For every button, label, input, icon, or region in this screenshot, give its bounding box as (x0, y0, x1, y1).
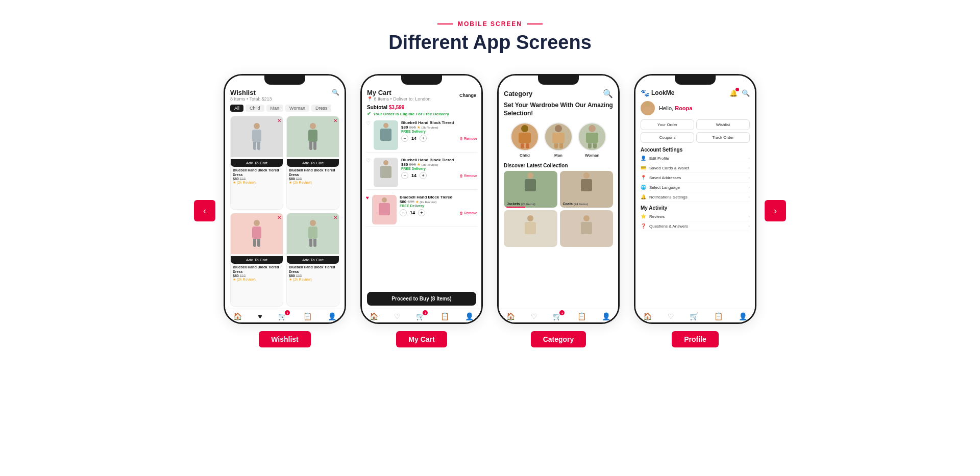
figure-4 (306, 220, 320, 247)
settings-saved-cards[interactable]: 💳 Saved Cards & Wallet › (641, 163, 750, 173)
qty-plus-2[interactable]: + (420, 172, 427, 179)
filter-tab-man[interactable]: Man (266, 105, 284, 112)
nav-orders-icon[interactable]: 📋 (303, 312, 312, 320)
wishlist-search-icon[interactable]: 🔍 (332, 89, 339, 96)
cat-nav-orders[interactable]: 📋 (577, 312, 586, 320)
qty-minus-1[interactable]: − (401, 135, 408, 142)
cart-nav-cart[interactable]: 🛒1 (416, 312, 425, 320)
qty-plus-3[interactable]: + (418, 209, 425, 216)
nav-heart-icon[interactable]: ♥ (258, 312, 262, 320)
account-settings-section: Account Settings 👤 Edit Profile › 💳 Save… (635, 145, 755, 203)
wishlist-btn[interactable]: Wishlist (696, 119, 750, 130)
cart-nav-profile[interactable]: 👤 (465, 312, 474, 320)
prev-button[interactable]: ‹ (194, 200, 215, 221)
category-search-icon[interactable]: 🔍 (603, 89, 613, 98)
collection-card-jackets[interactable]: Jackets (24 Items) (504, 171, 557, 208)
collection-grid: Jackets (24 Items) (499, 169, 618, 248)
close-icon-3[interactable]: ✕ (277, 215, 281, 220)
qty-minus-3[interactable]: − (400, 209, 407, 216)
collection-card-4[interactable] (560, 210, 614, 247)
edit-profile-text: Edit Profile (649, 156, 748, 161)
add-to-cart-btn-3[interactable]: Add To Cart (231, 256, 283, 264)
filter-tab-dress[interactable]: Dress (311, 105, 332, 112)
close-icon-1[interactable]: ✕ (277, 118, 281, 123)
close-icon-4[interactable]: ✕ (333, 215, 337, 220)
cart-item-details-1: Bluebell Hand Block Tiered $80 $95 ★ (2k… (401, 120, 477, 142)
remove-btn-3[interactable]: 🗑 Remove (459, 211, 477, 215)
settings-select-language[interactable]: 🌐 Select Language › (641, 183, 750, 192)
wishlist-card-img-1: ✕ (231, 116, 283, 157)
coupons-btn[interactable]: Coupons (641, 132, 694, 143)
qa-chevron: › (748, 224, 750, 229)
settings-saved-addresses[interactable]: 📍 Saved Addresses › (641, 173, 750, 183)
change-button[interactable]: Change (459, 93, 476, 98)
cart-label-btn[interactable]: My Cart (396, 331, 447, 347)
category-label-btn[interactable]: Category (531, 331, 586, 347)
qa-icon: ❓ (641, 223, 646, 229)
add-to-cart-btn-2[interactable]: Add To Cart (287, 159, 339, 167)
section-label: MOBILE SCREEN (458, 20, 522, 28)
saved-cards-chevron: › (748, 166, 750, 170)
next-button[interactable]: › (765, 200, 786, 221)
add-to-cart-btn-1[interactable]: Add To Cart (231, 159, 283, 167)
qty-plus-1[interactable]: + (420, 135, 427, 142)
collection-count-coats: (24 Items) (574, 203, 588, 206)
wishlist-label-btn[interactable]: Wishlist (259, 331, 311, 347)
gender-avatar-woman[interactable]: Woman (578, 122, 606, 158)
reviews-icon: ⭐ (641, 214, 646, 219)
profile-label-btn[interactable]: Profile (672, 331, 719, 347)
wishlist-card-4: ✕ Add To Cart Bluebell Hand Block Tiered… (286, 213, 339, 307)
cart-item-price-3: $80 $95 ★ (2k Review) (400, 199, 477, 204)
prof-nav-profile[interactable]: 👤 (739, 312, 747, 320)
profile-greeting: Hello, Roopa (635, 99, 755, 117)
track-order-btn[interactable]: Track Order (696, 132, 750, 143)
collection-card-3[interactable] (504, 210, 557, 247)
activity-reviews[interactable]: ⭐ Reviews › (641, 212, 750, 221)
filter-tab-all[interactable]: All (230, 105, 243, 112)
filter-tab-woman[interactable]: Woman (285, 105, 309, 112)
profile-search-icon[interactable]: 🔍 (742, 89, 750, 97)
cat-nav-profile[interactable]: 👤 (602, 312, 610, 320)
nav-profile-icon[interactable]: 👤 (328, 312, 336, 320)
close-icon-2[interactable]: ✕ (333, 118, 337, 123)
cart-item-price-1: $80 $95 ★ (2k Review) (401, 125, 477, 130)
settings-edit-profile[interactable]: 👤 Edit Profile › (641, 154, 750, 163)
prof-nav-cart[interactable]: 🛒 (690, 312, 698, 320)
gender-avatar-child[interactable]: Child (510, 122, 539, 158)
prof-nav-orders[interactable]: 📋 (714, 312, 723, 320)
cart-item-details-2: Bluebell Hand Block Tiered $80 $95 ★ (2k… (401, 158, 477, 179)
remove-btn-1[interactable]: 🗑 Remove (459, 137, 477, 140)
qty-minus-2[interactable]: − (401, 172, 408, 179)
nav-home-icon[interactable]: 🏠 (233, 312, 242, 320)
card-info-3: Bluebell Hand Block Tiered Dress $80 $95… (231, 264, 283, 283)
prof-nav-home[interactable]: 🏠 (643, 312, 652, 320)
cat-nav-heart[interactable]: ♡ (531, 312, 537, 320)
prof-nav-heart[interactable]: ♡ (668, 312, 674, 320)
profile-bottom-nav: 🏠 ♡ 🛒 📋 👤 (635, 309, 755, 322)
your-order-btn[interactable]: Your Order (641, 119, 694, 130)
subtotal-amount: $3,599 (389, 105, 405, 110)
settings-notifications[interactable]: 🔔 Notifications Settings › (641, 192, 750, 202)
cat-nav-home[interactable]: 🏠 (506, 312, 515, 320)
cart-nav-heart[interactable]: ♡ (394, 312, 401, 320)
cat-nav-cart[interactable]: 🛒1 (553, 312, 561, 320)
nav-cart-icon[interactable]: 🛒1 (278, 312, 287, 320)
wishlist-heart-2[interactable]: ♡ (366, 158, 371, 163)
cart-screen: My Cart 📍 8 Items • Deliver to: London C… (362, 76, 481, 322)
wishlist-heart-1[interactable]: ♡ (366, 120, 371, 126)
cart-nav-orders[interactable]: 📋 (440, 312, 449, 320)
remove-btn-2[interactable]: 🗑 Remove (459, 174, 477, 178)
activity-qa[interactable]: ❓ Questions & Answers › (641, 221, 750, 231)
figure-3 (250, 220, 264, 247)
collection-card-coats[interactable]: Coats (24 Items) (560, 171, 614, 208)
gender-avatar-man[interactable]: Man (544, 122, 573, 158)
proceed-buy-button[interactable]: Proceed to Buy (8 Items) (367, 292, 476, 306)
cart-nav-home[interactable]: 🏠 (370, 312, 378, 320)
bell-icon[interactable]: 🔔 (729, 89, 738, 97)
phone-cart: My Cart 📍 8 Items • Deliver to: London C… (360, 74, 483, 324)
filter-tab-child[interactable]: Child (246, 105, 264, 112)
wishlist-heart-3[interactable]: ♥ (366, 195, 369, 201)
cart-item-name-2: Bluebell Hand Block Tiered (401, 158, 477, 162)
saved-cards-text: Saved Cards & Wallet (649, 166, 748, 170)
add-to-cart-btn-4[interactable]: Add To Cart (287, 256, 339, 264)
